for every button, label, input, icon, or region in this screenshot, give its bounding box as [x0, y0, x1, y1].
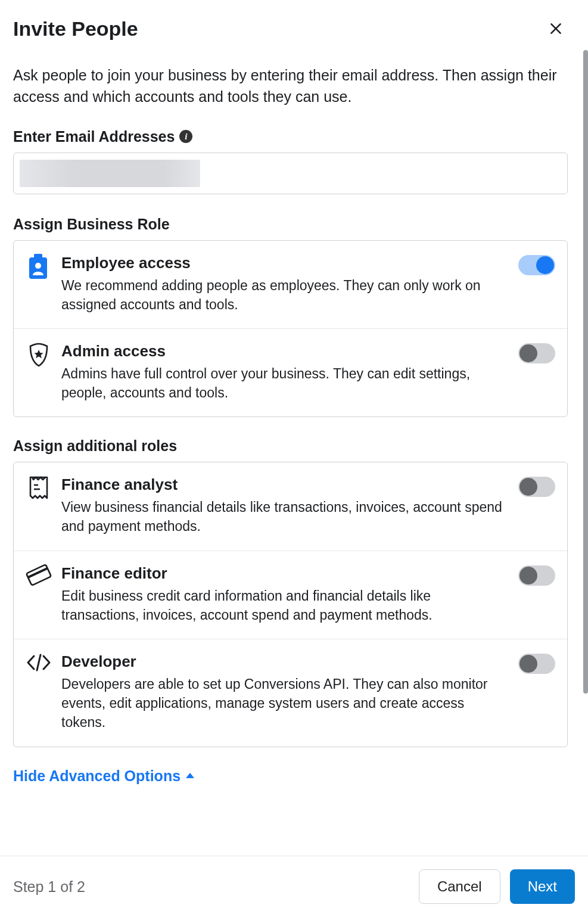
role-developer: Developer Developers are able to set up …: [14, 639, 567, 747]
hide-advanced-options-link[interactable]: Hide Advanced Options: [13, 767, 195, 785]
advanced-options-label: Hide Advanced Options: [13, 767, 181, 785]
toggle-developer[interactable]: [518, 654, 555, 674]
credit-card-icon: [26, 564, 52, 624]
modal-description: Ask people to join your business by ente…: [13, 64, 568, 108]
next-button[interactable]: Next: [510, 869, 575, 904]
role-text: Developer Developers are able to set up …: [61, 652, 509, 732]
modal-footer: Step 1 of 2 Cancel Next: [0, 856, 588, 917]
role-text: Finance editor Edit business credit card…: [61, 564, 509, 624]
role-desc: View business financial details like tra…: [61, 498, 503, 536]
scrollbar[interactable]: [583, 50, 588, 694]
modal-title: Invite People: [13, 17, 138, 41]
code-icon: [26, 652, 52, 732]
role-title: Developer: [61, 652, 503, 671]
svg-point-4: [35, 263, 41, 269]
additional-roles-box: Finance analyst View business financial …: [13, 462, 568, 747]
toggle-finance-analyst[interactable]: [518, 477, 555, 497]
info-icon[interactable]: i: [179, 130, 192, 143]
role-text: Admin access Admins have full control ov…: [61, 342, 509, 402]
role-text: Finance analyst View business financial …: [61, 475, 509, 536]
additional-roles-label: Assign additional roles: [13, 437, 568, 455]
email-label-text: Enter Email Addresses: [13, 128, 175, 145]
svg-line-8: [28, 568, 48, 577]
role-employee-access: Employee access We recommend adding peop…: [14, 241, 567, 328]
step-indicator: Step 1 of 2: [13, 878, 85, 896]
role-admin-access: Admin access Admins have full control ov…: [14, 328, 567, 416]
close-button[interactable]: [544, 17, 568, 41]
footer-buttons: Cancel Next: [419, 869, 575, 904]
email-chip-redacted: [20, 160, 200, 187]
modal-body: Invite People Ask people to join your bu…: [13, 17, 575, 856]
cancel-button[interactable]: Cancel: [419, 869, 500, 904]
role-title: Employee access: [61, 254, 503, 272]
role-desc: Developers are able to set up Conversion…: [61, 674, 503, 732]
role-finance-editor: Finance editor Edit business credit card…: [14, 551, 567, 639]
receipt-icon: [26, 475, 52, 536]
caret-up-icon: [185, 772, 195, 779]
invite-people-modal: Invite People Ask people to join your bu…: [0, 0, 588, 917]
toggle-finance-editor[interactable]: [518, 565, 555, 586]
badge-person-icon: [26, 254, 52, 314]
role-title: Finance editor: [61, 564, 503, 583]
svg-rect-7: [26, 564, 51, 585]
shield-star-icon: [26, 342, 52, 402]
svg-line-9: [37, 655, 41, 670]
toggle-admin-access[interactable]: [518, 343, 555, 363]
email-section-label: Enter Email Addresses i: [13, 128, 568, 145]
business-roles-box: Employee access We recommend adding peop…: [13, 240, 568, 418]
role-desc: We recommend adding people as employees.…: [61, 276, 503, 314]
role-desc: Admins have full control over your busin…: [61, 364, 503, 402]
toggle-employee-access[interactable]: [518, 255, 555, 275]
role-desc: Edit business credit card information an…: [61, 586, 503, 624]
role-title: Admin access: [61, 342, 503, 360]
email-input[interactable]: [13, 153, 568, 194]
modal-header: Invite People: [13, 17, 568, 41]
close-icon: [548, 21, 564, 36]
svg-rect-3: [34, 254, 42, 259]
role-title: Finance analyst: [61, 475, 503, 494]
role-finance-analyst: Finance analyst View business financial …: [14, 462, 567, 550]
business-role-label: Assign Business Role: [13, 216, 568, 233]
role-text: Employee access We recommend adding peop…: [61, 254, 509, 314]
